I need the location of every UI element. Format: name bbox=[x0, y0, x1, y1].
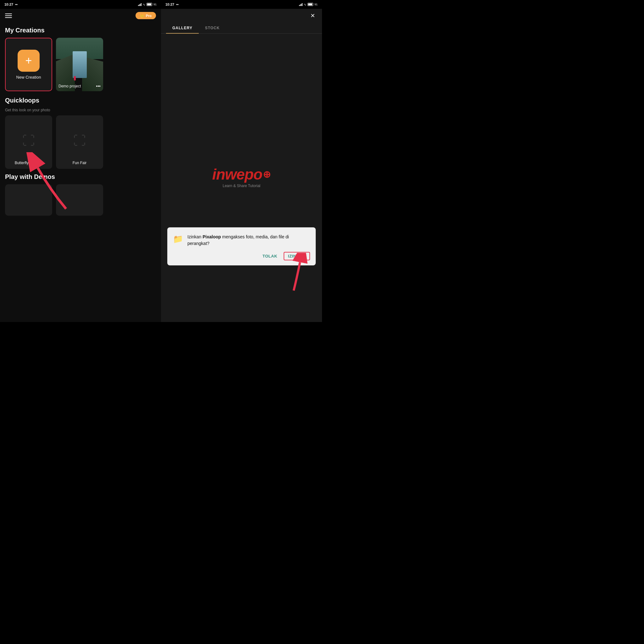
demo-project-label-container: Demo project ••• bbox=[58, 84, 101, 89]
image-placeholder-icon-1: ⛶ bbox=[22, 134, 35, 148]
play-with-demos-title: Play with Demos bbox=[5, 173, 156, 180]
left-battery-pct: 91 bbox=[153, 3, 157, 6]
left-panel: 10:27 •• ∿ 91 bbox=[0, 0, 161, 322]
quickloops-title: Quickloops bbox=[5, 97, 156, 104]
quickloop-item-butterfly[interactable]: ⛶ Butterfly Heaven bbox=[5, 115, 52, 169]
demo-project-image bbox=[56, 38, 103, 91]
left-status-left: 10:27 •• bbox=[4, 3, 18, 6]
inwepo-text: inwepo bbox=[212, 166, 262, 183]
close-button[interactable]: ✕ bbox=[308, 11, 317, 20]
quickloops-section: Quickloops Get this look on your photo ⛶… bbox=[5, 97, 156, 169]
left-wifi-icon: ∿ bbox=[143, 3, 145, 6]
quickloop-label-2: Fun Fair bbox=[73, 161, 87, 165]
hamburger-menu-icon[interactable] bbox=[5, 14, 12, 18]
inwepo-compass-icon: ⊕ bbox=[263, 169, 271, 180]
left-signal-icon bbox=[138, 3, 142, 6]
new-creation-card[interactable]: + New Creation bbox=[5, 38, 52, 91]
new-creation-label: New Creation bbox=[16, 75, 41, 80]
quickloop-label-1: Butterfly Heaven bbox=[15, 161, 43, 165]
dialog-content-row: 📁 Izinkan Pixaloop mengakses foto, media… bbox=[173, 234, 310, 247]
left-time: 10:27 bbox=[4, 3, 13, 6]
quickloop-image-placeholder-1: ⛶ bbox=[19, 133, 38, 148]
dialog-message-prefix: Izinkan bbox=[187, 234, 203, 239]
right-header: ✕ bbox=[161, 9, 322, 23]
left-status-bar: 10:27 •• ∿ 91 bbox=[0, 0, 161, 9]
left-dots: •• bbox=[15, 3, 18, 6]
right-battery-pct: 91 bbox=[314, 3, 318, 6]
left-header: 👑 Pro bbox=[0, 9, 161, 22]
creations-row: + New Creation Demo project • bbox=[5, 38, 156, 91]
inwepo-logo: inwepo ⊕ Learn & Share Tutorial bbox=[212, 166, 271, 188]
plus-icon: + bbox=[25, 55, 32, 66]
pro-label: Pro bbox=[146, 14, 152, 18]
crown-icon: 👑 bbox=[140, 14, 144, 18]
dialog-app-name: Pixaloop bbox=[203, 234, 221, 239]
demo-card-1[interactable] bbox=[5, 184, 52, 216]
pro-badge[interactable]: 👑 Pro bbox=[136, 12, 156, 19]
folder-icon-container: 📁 bbox=[173, 234, 183, 247]
main-content: My Creations + New Creation bbox=[0, 22, 161, 322]
right-battery-icon bbox=[308, 3, 313, 6]
demo-project-card[interactable]: Demo project ••• bbox=[56, 38, 103, 91]
right-wifi-icon: ∿ bbox=[304, 3, 306, 6]
right-dots: •• bbox=[176, 3, 179, 6]
tab-gallery[interactable]: GALLERY bbox=[166, 23, 199, 33]
dialog-message: Izinkan Pixaloop mengakses foto, media, … bbox=[187, 234, 310, 247]
tab-stock[interactable]: STOCK bbox=[199, 23, 226, 33]
quickloop-item-funfair[interactable]: ⛶ Fun Fair bbox=[56, 115, 103, 169]
demo-card-2[interactable] bbox=[56, 184, 103, 216]
right-status-right: ∿ 91 bbox=[299, 3, 318, 6]
left-battery-icon bbox=[147, 3, 152, 6]
screen-container: 10:27 •• ∿ 91 bbox=[0, 0, 322, 322]
right-time: 10:27 bbox=[165, 3, 174, 6]
right-status-bar: 10:27 •• ∿ 91 bbox=[161, 0, 322, 9]
demo-project-menu-icon[interactable]: ••• bbox=[96, 84, 101, 89]
folder-icon: 📁 bbox=[173, 234, 183, 244]
new-creation-plus-button[interactable]: + bbox=[18, 50, 40, 72]
my-creations-title: My Creations bbox=[5, 27, 156, 34]
quickloop-image-placeholder-2: ⛶ bbox=[70, 133, 89, 148]
right-arrow-annotation bbox=[275, 253, 313, 294]
right-status-left: 10:27 •• bbox=[165, 3, 179, 6]
tabs-row: GALLERY STOCK bbox=[161, 23, 322, 34]
demo-project-label: Demo project bbox=[58, 84, 81, 88]
right-main-content: inwepo ⊕ Learn & Share Tutorial 📁 Izinka… bbox=[161, 34, 322, 322]
image-placeholder-icon-2: ⛶ bbox=[73, 134, 86, 148]
quickloops-subtitle: Get this look on your photo bbox=[5, 108, 156, 112]
right-panel: 10:27 •• ∿ 91 ✕ bbox=[161, 0, 322, 322]
inwepo-subtitle: Learn & Share Tutorial bbox=[212, 184, 271, 188]
right-signal-icon bbox=[299, 3, 303, 6]
demos-row bbox=[5, 184, 156, 216]
left-status-right: ∿ 91 bbox=[138, 3, 157, 6]
demos-section: Play with Demos bbox=[5, 173, 156, 216]
quickloops-row: ⛶ Butterfly Heaven ⛶ Fun Fair bbox=[5, 115, 156, 169]
